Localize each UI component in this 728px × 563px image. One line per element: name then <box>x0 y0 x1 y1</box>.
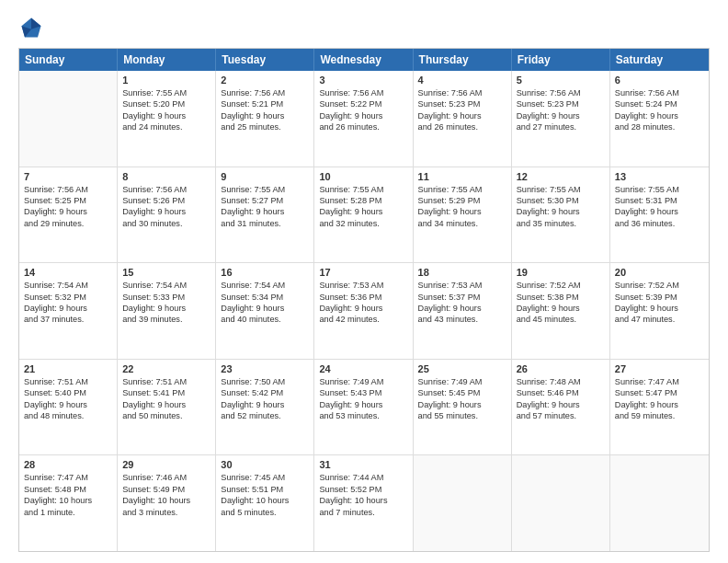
calendar-cell: 13Sunrise: 7:55 AMSunset: 5:31 PMDayligh… <box>610 167 709 263</box>
cell-line: Sunset: 5:31 PM <box>615 195 704 206</box>
cell-line: Daylight: 9 hours <box>24 206 112 217</box>
day-number: 18 <box>418 267 506 278</box>
calendar-cell <box>19 71 118 167</box>
calendar-cell: 12Sunrise: 7:55 AMSunset: 5:30 PMDayligh… <box>512 167 610 263</box>
cell-line: Sunset: 5:30 PM <box>517 195 605 206</box>
cell-line: Sunset: 5:47 PM <box>615 387 704 398</box>
cell-line: Daylight: 9 hours <box>122 399 210 410</box>
cell-line: Daylight: 9 hours <box>24 303 112 314</box>
calendar-cell <box>414 455 512 551</box>
cell-line: Sunrise: 7:53 AM <box>319 280 407 291</box>
day-number: 5 <box>517 75 605 86</box>
calendar-cell: 4Sunrise: 7:56 AMSunset: 5:23 PMDaylight… <box>414 71 512 167</box>
cell-line: Sunrise: 7:55 AM <box>517 184 605 195</box>
cell-line: Sunset: 5:23 PM <box>517 98 605 109</box>
cell-line: and 28 minutes. <box>615 121 704 132</box>
cell-line: and 34 minutes. <box>418 218 506 229</box>
calendar-cell: 3Sunrise: 7:56 AMSunset: 5:22 PMDaylight… <box>314 71 413 167</box>
calendar-cell: 10Sunrise: 7:55 AMSunset: 5:28 PMDayligh… <box>314 167 413 263</box>
calendar-cell: 2Sunrise: 7:56 AMSunset: 5:21 PMDaylight… <box>216 71 314 167</box>
cell-line: Sunrise: 7:56 AM <box>517 87 605 98</box>
cell-line: Sunrise: 7:52 AM <box>517 280 605 291</box>
cell-line: Daylight: 9 hours <box>517 206 605 217</box>
cell-line: Daylight: 10 hours <box>122 495 210 506</box>
day-number: 31 <box>319 459 407 470</box>
cell-line: Sunrise: 7:45 AM <box>221 472 309 483</box>
cell-line: and 7 minutes. <box>319 507 407 518</box>
calendar-cell: 28Sunrise: 7:47 AMSunset: 5:48 PMDayligh… <box>19 455 118 551</box>
calendar-header-cell: Sunday <box>19 49 118 71</box>
cell-line: Sunrise: 7:44 AM <box>319 472 407 483</box>
cell-line: Daylight: 9 hours <box>221 399 309 410</box>
calendar-body: 1Sunrise: 7:55 AMSunset: 5:20 PMDaylight… <box>19 71 709 551</box>
cell-line: Daylight: 9 hours <box>221 110 309 121</box>
calendar-header-cell: Friday <box>512 49 610 71</box>
cell-line: and 39 minutes. <box>122 314 210 325</box>
logo-icon <box>18 15 44 40</box>
cell-line: and 53 minutes. <box>319 410 407 421</box>
cell-line: Sunset: 5:27 PM <box>221 195 309 206</box>
cell-line: Sunrise: 7:56 AM <box>319 87 407 98</box>
cell-line: Sunset: 5:51 PM <box>221 484 309 495</box>
cell-line: and 35 minutes. <box>517 218 605 229</box>
calendar-cell: 30Sunrise: 7:45 AMSunset: 5:51 PMDayligh… <box>216 455 314 551</box>
cell-line: Sunset: 5:24 PM <box>615 98 704 109</box>
cell-line: Daylight: 9 hours <box>418 399 506 410</box>
day-number: 26 <box>517 363 605 374</box>
cell-line: Daylight: 9 hours <box>221 303 309 314</box>
page: SundayMondayTuesdayWednesdayThursdayFrid… <box>0 0 728 563</box>
day-number: 11 <box>418 171 506 182</box>
cell-line: Sunrise: 7:49 AM <box>319 376 407 387</box>
cell-line: Sunrise: 7:51 AM <box>122 376 210 387</box>
cell-line: and 36 minutes. <box>615 218 704 229</box>
cell-line: and 43 minutes. <box>418 314 506 325</box>
cell-line: Sunrise: 7:53 AM <box>418 280 506 291</box>
calendar-header-cell: Wednesday <box>314 49 413 71</box>
cell-line: Daylight: 10 hours <box>319 495 407 506</box>
cell-line: Daylight: 9 hours <box>319 206 407 217</box>
cell-line: and 1 minute. <box>24 507 112 518</box>
calendar-cell: 11Sunrise: 7:55 AMSunset: 5:29 PMDayligh… <box>414 167 512 263</box>
cell-line: Daylight: 9 hours <box>418 110 506 121</box>
cell-line: Sunrise: 7:55 AM <box>418 184 506 195</box>
calendar-cell: 22Sunrise: 7:51 AMSunset: 5:41 PMDayligh… <box>118 360 216 455</box>
day-number: 9 <box>221 171 309 182</box>
cell-line: Daylight: 9 hours <box>122 206 210 217</box>
cell-line: Sunset: 5:29 PM <box>418 195 506 206</box>
day-number: 3 <box>319 75 407 86</box>
calendar: SundayMondayTuesdayWednesdayThursdayFrid… <box>18 48 710 552</box>
cell-line: Daylight: 10 hours <box>24 495 112 506</box>
cell-line: Sunrise: 7:56 AM <box>24 184 112 195</box>
day-number: 6 <box>615 75 704 86</box>
day-number: 25 <box>418 363 506 374</box>
day-number: 21 <box>24 363 112 374</box>
calendar-cell <box>512 455 610 551</box>
cell-line: and 24 minutes. <box>122 121 210 132</box>
cell-line: and 32 minutes. <box>319 218 407 229</box>
day-number: 7 <box>24 171 112 182</box>
cell-line: and 52 minutes. <box>221 410 309 421</box>
cell-line: Daylight: 9 hours <box>418 206 506 217</box>
cell-line: Sunrise: 7:55 AM <box>221 184 309 195</box>
cell-line: and 26 minutes. <box>319 121 407 132</box>
cell-line: and 37 minutes. <box>24 314 112 325</box>
cell-line: and 55 minutes. <box>418 410 506 421</box>
day-number: 2 <box>221 75 309 86</box>
cell-line: Sunset: 5:48 PM <box>24 484 112 495</box>
day-number: 19 <box>517 267 605 278</box>
calendar-cell: 31Sunrise: 7:44 AMSunset: 5:52 PMDayligh… <box>314 455 413 551</box>
calendar-cell: 20Sunrise: 7:52 AMSunset: 5:39 PMDayligh… <box>610 263 709 359</box>
cell-line: Daylight: 9 hours <box>122 110 210 121</box>
day-number: 16 <box>221 267 309 278</box>
day-number: 29 <box>122 459 210 470</box>
cell-line: and 31 minutes. <box>221 218 309 229</box>
cell-line: and 57 minutes. <box>517 410 605 421</box>
day-number: 8 <box>122 171 210 182</box>
calendar-cell: 14Sunrise: 7:54 AMSunset: 5:32 PMDayligh… <box>19 263 118 359</box>
calendar-cell: 21Sunrise: 7:51 AMSunset: 5:40 PMDayligh… <box>19 360 118 455</box>
cell-line: Sunrise: 7:54 AM <box>122 280 210 291</box>
cell-line: Sunset: 5:46 PM <box>517 387 605 398</box>
cell-line: Daylight: 9 hours <box>122 303 210 314</box>
logo <box>18 15 48 40</box>
cell-line: Sunset: 5:38 PM <box>517 292 605 303</box>
